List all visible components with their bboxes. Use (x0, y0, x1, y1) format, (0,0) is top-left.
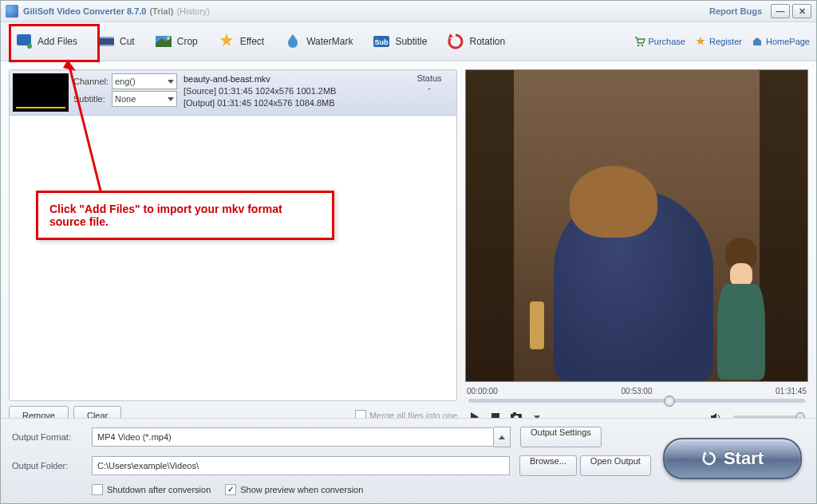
channel-label: Channel: (73, 77, 112, 86)
subtitle-icon: Sub (372, 32, 391, 51)
file-meta: Channel: eng() Subtitle: None (72, 70, 179, 115)
preview-panel: 00:00:00 00:53:00 01:31:45 (465, 69, 808, 425)
watermark-label: WaterMark (306, 36, 353, 47)
checkbox-icon (92, 484, 103, 495)
seek-thumb[interactable] (664, 396, 675, 407)
cut-label: Cut (120, 36, 135, 47)
close-button[interactable]: ✕ (792, 4, 811, 18)
history-link[interactable]: (History) (176, 6, 210, 16)
home-icon (752, 36, 763, 47)
add-files-icon (14, 32, 34, 51)
add-files-label: Add Files (37, 36, 77, 47)
seek-slider[interactable] (468, 399, 805, 403)
app-window: GiliSoft Video Converter 8.7.0 (Trial) (… (0, 0, 817, 504)
status-value: - (405, 83, 453, 93)
refresh-icon (701, 451, 717, 467)
checkbox-checked-icon (225, 484, 236, 495)
tutorial-callout: Click "Add Files" to import your mkv for… (36, 191, 334, 240)
file-list-panel: Channel: eng() Subtitle: None beauty-and… (9, 69, 457, 425)
subtitle-label: Subtitle (395, 36, 427, 47)
svg-rect-0 (17, 34, 31, 45)
secondary-links: Purchase Register HomePage (634, 36, 811, 47)
app-logo-icon (6, 5, 18, 18)
svg-point-10 (641, 45, 642, 46)
options-row: Shutdown after conversion Show preview w… (92, 484, 805, 495)
svg-rect-3 (98, 37, 114, 38)
cut-button[interactable]: Cut (89, 28, 142, 55)
crop-button[interactable]: Crop (147, 28, 205, 55)
main-body: Channel: eng() Subtitle: None beauty-and… (1, 61, 816, 433)
chevron-down-icon (168, 80, 174, 84)
purchase-link[interactable]: Purchase (634, 36, 685, 47)
svg-rect-4 (98, 45, 114, 46)
svg-point-1 (27, 44, 32, 49)
output-format-field[interactable]: MP4 Video (*.mp4) (92, 427, 494, 447)
footer: Output Format: MP4 Video (*.mp4) Output … (1, 418, 816, 503)
watermark-icon (283, 32, 302, 51)
effect-label: Effect (240, 36, 264, 47)
main-toolbar: Add Files Cut Crop Effect WaterMark Sub … (1, 22, 816, 61)
output-folder-label: Output Folder: (12, 461, 92, 471)
video-preview[interactable] (465, 69, 808, 382)
crop-icon (154, 32, 173, 51)
svg-rect-16 (513, 412, 516, 415)
timeline-labels: 00:00:00 00:53:00 01:31:45 (467, 387, 807, 396)
status-header: Status (405, 73, 453, 83)
file-name: beauty-and-beast.mkv (184, 73, 397, 85)
output-folder-field[interactable]: C:\Users\example\Videos\ (92, 456, 510, 475)
browse-button[interactable]: Browse... (519, 455, 577, 476)
watermark-button[interactable]: WaterMark (276, 28, 360, 55)
subtitle-field-label: Subtitle: (73, 94, 112, 104)
cart-icon (634, 36, 645, 47)
channel-select[interactable]: eng() (112, 73, 177, 89)
file-status: Status - (402, 70, 456, 115)
title-bar: GiliSoft Video Converter 8.7.0 (Trial) (… (1, 1, 816, 22)
report-bugs-link[interactable]: Report Bugs (709, 6, 762, 16)
svg-point-9 (637, 45, 638, 46)
rotation-label: Rotation (469, 36, 505, 47)
file-output-line: [Output] 01:31:45 1024x576 1084.8MB (184, 97, 397, 109)
preview-frame (466, 70, 807, 381)
time-mid: 00:53:00 (622, 387, 653, 396)
crop-label: Crop (177, 36, 198, 47)
triangle-up-icon (499, 435, 505, 439)
register-link[interactable]: Register (695, 36, 742, 47)
effect-icon (217, 32, 236, 51)
svg-point-6 (167, 37, 170, 40)
trial-label: (Trial) (149, 6, 173, 16)
preview-checkbox[interactable]: Show preview when conversion (225, 484, 363, 495)
shutdown-checkbox[interactable]: Shutdown after conversion (92, 484, 211, 495)
file-info: beauty-and-beast.mkv [Source] 01:31:45 1… (179, 70, 402, 115)
svg-text:Sub: Sub (375, 38, 389, 46)
subtitle-button[interactable]: Sub Subtitle (365, 28, 434, 55)
rotation-icon (446, 32, 465, 51)
subtitle-select[interactable]: None (112, 91, 177, 107)
star-icon (695, 36, 706, 47)
file-row[interactable]: Channel: eng() Subtitle: None beauty-and… (10, 70, 456, 116)
output-format-label: Output Format: (12, 432, 92, 442)
effect-button[interactable]: Effect (210, 28, 271, 55)
start-button[interactable]: Start (663, 438, 802, 479)
homepage-link[interactable]: HomePage (752, 36, 810, 47)
time-end: 01:31:45 (776, 387, 807, 396)
output-settings-button[interactable]: Output Settings (520, 427, 602, 447)
file-thumbnail (13, 73, 69, 112)
minimize-button[interactable]: — (771, 4, 790, 18)
file-source-line: [Source] 01:31:45 1024x576 1001.2MB (184, 85, 397, 97)
time-start: 00:00:00 (467, 387, 498, 396)
add-files-button[interactable]: Add Files (7, 28, 85, 55)
cut-icon (97, 32, 116, 51)
open-output-button[interactable]: Open Output (580, 455, 651, 476)
rotation-button[interactable]: Rotation (439, 28, 512, 55)
output-format-toggle[interactable] (494, 427, 511, 447)
app-title: GiliSoft Video Converter 8.7.0 (23, 6, 146, 16)
chevron-down-icon (168, 97, 174, 101)
